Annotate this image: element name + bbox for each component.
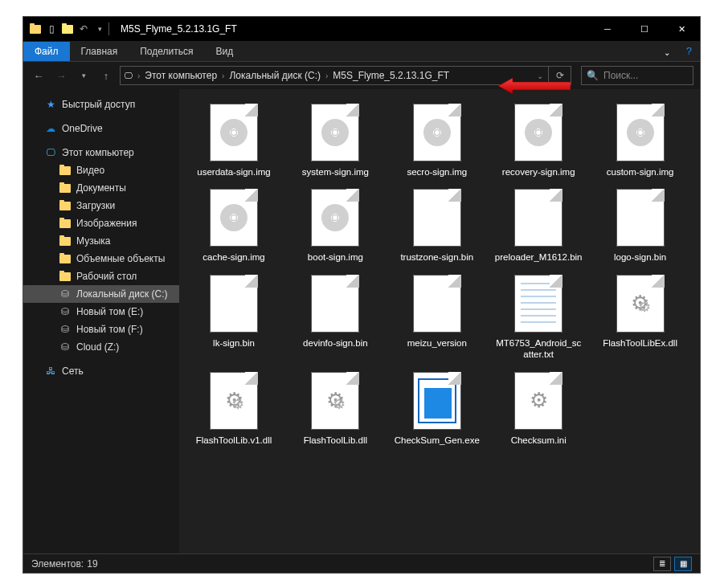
file-item[interactable]: meizu_version (392, 275, 482, 361)
breadcrumb-item[interactable]: M5S_Flyme_5.2.13.1G_FT (329, 70, 452, 81)
chevron-right-icon: › (136, 71, 141, 80)
folder-icon (59, 235, 72, 247)
sidebar-onedrive[interactable]: ☁ OneDrive (23, 120, 179, 137)
file-label: custom-sign.img (607, 166, 674, 178)
file-item[interactable]: recovery-sign.img (493, 104, 583, 178)
file-label: CheckSum_Gen.exe (395, 435, 480, 446)
maximize-button[interactable]: ☐ (626, 17, 663, 41)
sidebar-drive-f[interactable]: ⛁Новый том (F:) (23, 321, 179, 338)
sidebar-item-desktop[interactable]: Рабочий стол (23, 267, 179, 285)
drive-icon: ⛁ (59, 323, 72, 336)
chevron-right-icon: › (324, 71, 329, 80)
file-thumbnail (616, 189, 665, 247)
folder-icon (28, 22, 43, 36)
properties-icon[interactable]: ▯ (44, 22, 59, 36)
file-item[interactable]: secro-sign.img (392, 104, 482, 178)
sidebar-network[interactable]: 🖧 Сеть (23, 362, 179, 380)
customize-qat-icon[interactable]: ▾ (92, 22, 107, 36)
folder-icon (59, 252, 72, 265)
sidebar-item-music[interactable]: Музыка (23, 232, 179, 250)
folder-icon (59, 182, 72, 194)
file-label: MT6753_Android_scatter.txt (494, 337, 583, 361)
folder-icon (59, 164, 72, 177)
new-folder-icon[interactable] (60, 22, 75, 36)
file-item[interactable]: CheckSum_Gen.exe (392, 372, 482, 446)
back-button[interactable]: ← (30, 67, 47, 84)
file-item[interactable]: MT6753_Android_scatter.txt (493, 275, 583, 361)
file-item[interactable]: trustzone-sign.bin (392, 189, 482, 263)
details-view-button[interactable]: ≣ (653, 557, 671, 571)
title-bar: ▯ ↶ ▾ M5S_Flyme_5.2.13.1G_FT ─ ☐ ✕ (23, 17, 700, 41)
search-input[interactable]: 🔍 Поиск... (581, 66, 693, 85)
tab-file[interactable]: Файл (23, 42, 70, 61)
file-item[interactable]: FlashToolLib.v1.dll (189, 372, 279, 446)
forward-button[interactable]: → (52, 67, 70, 84)
minimize-button[interactable]: ─ (589, 17, 626, 41)
file-thumbnail (210, 104, 258, 161)
up-button[interactable]: ↑ (97, 67, 115, 84)
close-button[interactable]: ✕ (663, 17, 700, 41)
file-label: devinfo-sign.bin (303, 337, 368, 349)
file-item[interactable]: logo-sign.bin (595, 189, 685, 263)
file-label: FlashToolLibEx.dll (603, 337, 677, 349)
help-icon[interactable]: ? (678, 41, 700, 61)
sidebar-drive-z[interactable]: ⛁Cloud (Z:) (23, 338, 179, 356)
file-item[interactable]: lk-sign.bin (189, 275, 279, 361)
file-item[interactable]: Checksum.ini (493, 372, 583, 446)
icons-view-button[interactable]: ▦ (674, 557, 692, 571)
window-title: M5S_Flyme_5.2.13.1G_FT (114, 23, 589, 35)
breadcrumb-item[interactable]: Этот компьютер (141, 70, 220, 81)
computer-icon: 🖵 (124, 71, 133, 80)
undo-icon[interactable]: ↶ (76, 22, 91, 36)
recent-locations-icon[interactable]: ▾ (75, 67, 92, 84)
file-item[interactable]: userdata-sign.img (189, 104, 279, 178)
file-item[interactable]: FlashToolLib.dll (290, 372, 380, 446)
ribbon-expand-icon[interactable]: ⌄ (656, 44, 678, 61)
file-list[interactable]: userdata-sign.imgsystem-sign.imgsecro-si… (179, 89, 700, 553)
tab-share[interactable]: Поделиться (129, 42, 204, 61)
status-count: 19 (87, 558, 97, 570)
explorer-window: ▯ ↶ ▾ M5S_Flyme_5.2.13.1G_FT ─ ☐ ✕ Файл … (22, 16, 701, 574)
tab-view[interactable]: Вид (204, 42, 244, 61)
ribbon: Файл Главная Поделиться Вид ⌄ ? (23, 41, 700, 62)
address-bar[interactable]: 🖵 › Этот компьютер › Локальный диск (C:)… (120, 66, 549, 85)
file-thumbnail (311, 189, 359, 247)
file-label: FlashToolLib.v1.dll (196, 435, 272, 446)
sidebar-drive-c[interactable]: ⛁Локальный диск (C:) (23, 285, 179, 303)
refresh-button[interactable]: ⟳ (549, 66, 571, 85)
file-item[interactable]: FlashToolLibEx.dll (595, 275, 685, 361)
file-thumbnail (413, 104, 461, 161)
sidebar-item-pictures[interactable]: Изображения (23, 214, 179, 232)
file-thumbnail (514, 104, 562, 161)
file-label: trustzone-sign.bin (400, 251, 473, 263)
file-item[interactable]: cache-sign.img (189, 189, 279, 263)
computer-icon: 🖵 (44, 146, 57, 159)
search-placeholder: Поиск... (603, 70, 638, 81)
file-thumbnail (413, 189, 461, 247)
file-item[interactable]: custom-sign.img (595, 104, 685, 178)
file-thumbnail (210, 275, 258, 333)
file-thumbnail (311, 372, 359, 430)
file-item[interactable]: boot-sign.img (290, 189, 380, 263)
file-item[interactable]: system-sign.img (290, 104, 380, 178)
file-thumbnail (210, 189, 258, 247)
network-icon: 🖧 (44, 365, 57, 378)
sidebar-item-documents[interactable]: Документы (23, 179, 179, 197)
tab-home[interactable]: Главная (70, 42, 129, 61)
sidebar-drive-e[interactable]: ⛁Новый том (E:) (23, 303, 179, 321)
file-label: cache-sign.img (202, 251, 264, 263)
file-label: Checksum.ini (511, 435, 567, 446)
sidebar-item-3d-objects[interactable]: Объемные объекты (23, 250, 179, 267)
dropdown-icon[interactable]: ⌄ (535, 71, 545, 80)
sidebar-item-videos[interactable]: Видео (23, 161, 179, 179)
file-thumbnail (514, 275, 562, 333)
status-bar: Элементов: 19 ≣ ▦ (23, 553, 700, 573)
file-item[interactable]: devinfo-sign.bin (290, 275, 380, 361)
sidebar-item-downloads[interactable]: Загрузки (23, 197, 179, 214)
sidebar-quick-access[interactable]: ★ Быстрый доступ (23, 96, 179, 113)
file-thumbnail (514, 189, 562, 247)
breadcrumb-item[interactable]: Локальный диск (C:) (226, 70, 324, 81)
sidebar-this-pc[interactable]: 🖵 Этот компьютер (23, 144, 179, 161)
file-label: recovery-sign.img (502, 166, 575, 178)
file-item[interactable]: preloader_M1612.bin (493, 189, 583, 263)
